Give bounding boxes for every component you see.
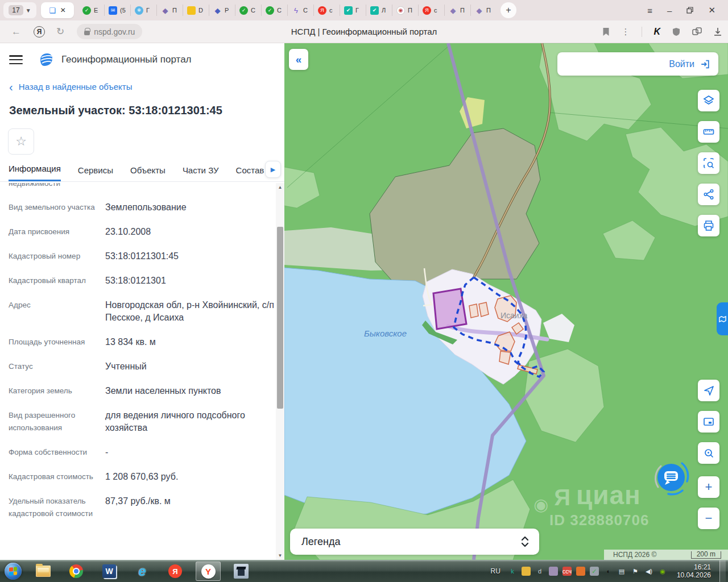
satellite-tray-icon[interactable]: ◖	[603, 567, 613, 576]
browser-tab[interactable]: Яс	[419, 5, 445, 16]
print-button[interactable]	[698, 215, 719, 236]
k-tray-icon[interactable]: k	[508, 567, 517, 576]
browser-tab[interactable]: ✓С	[235, 5, 262, 16]
search-location-button[interactable]	[698, 442, 719, 464]
d-tray-icon[interactable]: d	[535, 567, 544, 576]
word-taskbar-button[interactable]: W	[97, 562, 122, 581]
scrollbar-thumb[interactable]	[277, 227, 283, 409]
share-button[interactable]	[698, 184, 719, 205]
tab-title: с	[329, 7, 333, 14]
tab-count: 17	[9, 5, 23, 15]
tab-Сервисы[interactable]: Сервисы	[78, 165, 113, 181]
object-title: Земельный участок: 53:18:0121301:45	[0, 92, 284, 117]
action-center-tray-icon[interactable]: ⚑	[631, 567, 640, 576]
app-tray-icon[interactable]	[549, 567, 558, 576]
office-tray-icon[interactable]	[576, 567, 585, 576]
field-value: для ведения личного подсобного хозяйства	[105, 409, 275, 434]
explorer-taskbar-button[interactable]	[31, 562, 56, 581]
new-tab-button[interactable]: +	[500, 2, 516, 18]
pin-icon: ◉	[533, 499, 548, 510]
yandex-taskbar-button[interactable]: Я	[163, 562, 188, 581]
browser-tab[interactable]: ◉П	[392, 5, 419, 16]
show-desktop-button[interactable]	[719, 560, 726, 582]
usb-tray-icon[interactable]: ✓	[590, 567, 599, 576]
bookmark-icon[interactable]	[602, 27, 610, 36]
side-panel-tab[interactable]	[717, 302, 728, 335]
close-tab-icon[interactable]: ✕	[60, 6, 66, 14]
layers-button[interactable]	[698, 90, 719, 111]
legend-bar[interactable]: Легенда	[290, 529, 539, 555]
more-menu-icon[interactable]: ⋮	[621, 27, 630, 37]
url-field[interactable]: nspd.gov.ru	[77, 24, 142, 39]
browser-tab[interactable]: ◆П	[445, 5, 471, 16]
network-tray-icon[interactable]: ▤	[617, 567, 626, 576]
browser-tab[interactable]: ϟС	[288, 5, 314, 16]
minimize-button[interactable]: –	[667, 6, 672, 15]
menu-icon[interactable]	[9, 55, 23, 64]
ccu-tray-icon[interactable]: ссч	[562, 567, 572, 576]
locate-button[interactable]	[698, 380, 719, 401]
browser-menu-icon[interactable]: ≡	[647, 6, 652, 15]
ruler-icon	[702, 126, 715, 138]
browser-tab[interactable]: ✔Л	[366, 5, 392, 16]
browser-tab[interactable]: ✔Г	[340, 5, 366, 16]
restore-button[interactable]	[686, 7, 693, 14]
nvidia-tray-icon[interactable]: ◉	[658, 567, 667, 576]
watermark-id: ID 328880706	[549, 512, 649, 529]
security-tray-icon[interactable]	[522, 567, 531, 576]
zoom-in-button[interactable]: +	[698, 476, 719, 498]
back-icon[interactable]: ←	[11, 26, 21, 38]
info-fields-scroll[interactable]: недвижимости Вид земельного участкаЗемле…	[0, 183, 275, 560]
language-indicator[interactable]: RU	[491, 567, 500, 575]
kinopoisk-icon[interactable]: K	[653, 27, 660, 37]
chat-button[interactable]	[651, 458, 691, 497]
browser-tab[interactable]: ◆П	[157, 5, 183, 16]
browser-tab[interactable]: Яс	[314, 5, 340, 16]
field-label: Удельный показатель кадастровой стоимост…	[9, 495, 98, 520]
location-search-icon	[702, 447, 715, 459]
select-area-button[interactable]	[698, 152, 719, 174]
tab-Части ЗУ[interactable]: Части ЗУ	[183, 165, 219, 181]
browser-tab[interactable]: ✓Е	[78, 5, 105, 16]
panel-scrollbar[interactable]: ▲ ▼	[276, 183, 284, 560]
clock[interactable]: 16:21 10.04.2026	[677, 563, 711, 579]
extensions-icon[interactable]	[692, 27, 702, 36]
tab-Состав[interactable]: Состав	[236, 165, 264, 181]
back-link[interactable]: ‹ Назад в найденные объекты	[0, 67, 284, 92]
consultant-taskbar-button[interactable]	[229, 562, 254, 581]
yandex-icon[interactable]: Я	[34, 26, 45, 38]
protect-shield-icon[interactable]	[672, 27, 681, 36]
start-button[interactable]	[5, 563, 22, 580]
favorite-star-button[interactable]: ☆	[8, 128, 34, 155]
yandex-browser-taskbar-button[interactable]: Y	[196, 562, 221, 581]
chrome-taskbar-button[interactable]	[64, 562, 89, 581]
tab-Информация[interactable]: Информация	[9, 164, 61, 181]
close-window-button[interactable]: ✕	[708, 5, 715, 15]
login-bar[interactable]: Войти	[557, 52, 718, 76]
refresh-icon[interactable]: ↻	[56, 26, 64, 38]
scroll-down-icon[interactable]: ▼	[278, 551, 283, 560]
tabs-scroll-right-button[interactable]: ▶	[265, 161, 281, 178]
browser-tab[interactable]: ❄Г	[131, 5, 157, 16]
browser-tab[interactable]: ◆Р	[209, 5, 235, 16]
field-value: 13 834 кв. м	[105, 336, 275, 348]
map-canvas[interactable]: Быковское Исаиха « Войти	[284, 43, 728, 560]
browser-tab[interactable]: D	[183, 5, 209, 16]
measure-button[interactable]	[698, 121, 719, 143]
scrollbar-track[interactable]	[276, 192, 284, 551]
browser-tab[interactable]: ✉(5	[105, 5, 131, 16]
browser-tab[interactable]: ✓С	[262, 5, 288, 16]
browser-tab[interactable]: ◆П	[471, 5, 497, 16]
scroll-up-icon[interactable]: ▲	[278, 183, 283, 192]
collapse-panel-button[interactable]: «	[289, 49, 308, 70]
minimap-button[interactable]	[698, 411, 719, 433]
tab-Объекты[interactable]: Объекты	[130, 165, 166, 181]
active-tab[interactable]: ❏ ✕	[41, 2, 74, 18]
field-value: 23.10.2008	[105, 226, 275, 238]
downloads-icon[interactable]	[713, 27, 722, 36]
tab-counter[interactable]: 17 ▼	[3, 2, 36, 18]
volume-tray-icon[interactable]: ◀)	[644, 567, 653, 576]
zoom-out-button[interactable]: −	[698, 508, 719, 529]
ie-taskbar-button[interactable]: e	[130, 562, 155, 581]
field-row: СтатусУчтенный	[9, 360, 275, 373]
